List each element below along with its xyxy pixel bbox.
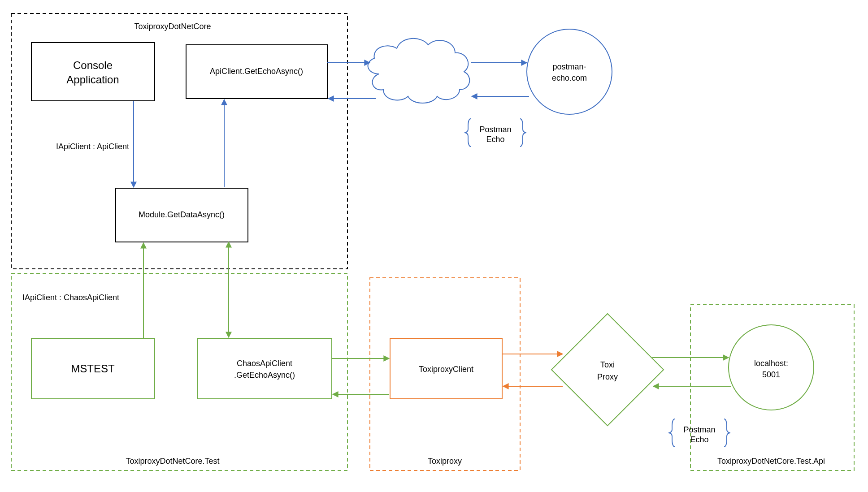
box-mstest-label: MSTEST bbox=[71, 363, 115, 375]
postman-echo-line2: echo.com bbox=[552, 73, 587, 82]
label-iapiclient: IApiClient : ApiClient bbox=[56, 142, 129, 151]
label-ichaosclient: IApiClient : ChaosApiClient bbox=[22, 293, 119, 302]
localhost-line1: localhost: bbox=[754, 359, 788, 368]
note-postman-echo-top: Postman Echo bbox=[464, 119, 526, 147]
box-chaos-line1: ChaosApiClient bbox=[237, 359, 292, 368]
container-toxiproxy-label: Toxiproxy bbox=[428, 457, 462, 466]
box-console-line2: Application bbox=[66, 73, 119, 86]
note-top-line1: Postman bbox=[479, 125, 511, 134]
box-apiclient-label: ApiClient.GetEchoAsync() bbox=[210, 67, 303, 76]
box-console-line1: Console bbox=[73, 59, 113, 71]
box-chaos-line2: .GetEchoAsync() bbox=[234, 371, 295, 380]
box-chaosclient bbox=[197, 338, 332, 399]
architecture-diagram: ToxiproxyDotNetCore ToxiproxyDotNetCore.… bbox=[0, 0, 868, 492]
cloud-icon bbox=[368, 39, 470, 103]
container-test-label: ToxiproxyDotNetCore.Test bbox=[126, 457, 219, 466]
postman-echo-line1: postman- bbox=[552, 62, 586, 71]
note-bottom-line2: Echo bbox=[690, 435, 708, 444]
box-console-app bbox=[31, 43, 155, 101]
diamond-line1: Toxi bbox=[600, 360, 615, 369]
box-module-label: Module.GetDataAsync() bbox=[139, 210, 225, 219]
diamond-toxiproxy bbox=[551, 314, 664, 426]
note-top-line2: Echo bbox=[486, 135, 504, 144]
note-bottom-line1: Postman bbox=[683, 425, 715, 434]
note-postman-echo-bottom: Postman Echo bbox=[668, 419, 730, 447]
box-toxiproxyclient-label: ToxiproxyClient bbox=[419, 365, 473, 374]
localhost-line2: 5001 bbox=[762, 370, 780, 379]
container-core-label: ToxiproxyDotNetCore bbox=[134, 22, 211, 31]
circle-postman-echo bbox=[527, 29, 612, 114]
container-testapi-label: ToxiproxyDotNetCore.Test.Api bbox=[717, 457, 825, 466]
diamond-line2: Proxy bbox=[597, 372, 618, 381]
